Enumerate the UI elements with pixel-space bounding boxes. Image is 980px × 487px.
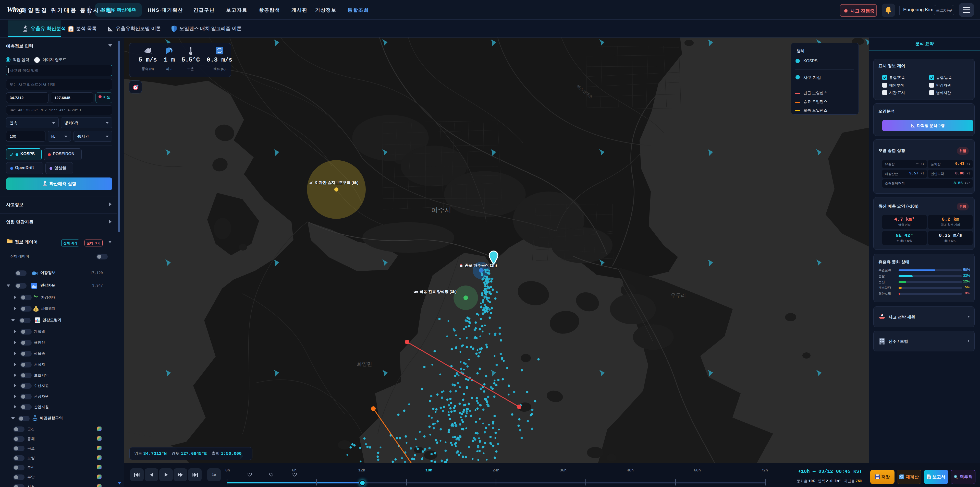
svg-text:여수시: 여수시 (431, 206, 451, 214)
svg-text:우두리: 우두리 (671, 292, 686, 298)
svg-text:$: $ (35, 308, 37, 311)
svg-text:화양면: 화양면 (357, 361, 372, 367)
